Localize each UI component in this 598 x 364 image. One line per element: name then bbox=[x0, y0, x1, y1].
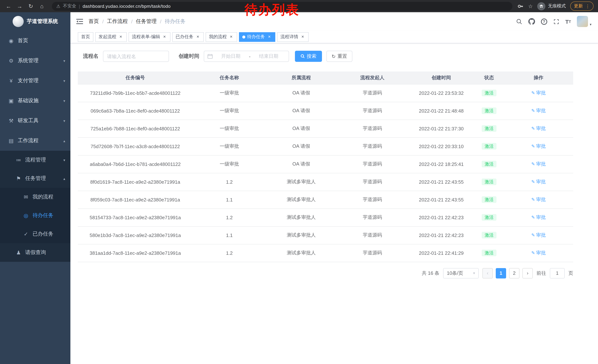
task-id-cell: 725a1eb6-7b88-11ec-8ef0-acde48001122 bbox=[78, 120, 193, 138]
chevron-down-icon: ▾ bbox=[63, 99, 65, 103]
help-icon[interactable]: ? bbox=[541, 18, 547, 25]
browser-back-button[interactable]: ← bbox=[4, 1, 13, 11]
status-badge: 激活 bbox=[482, 250, 497, 256]
total-count: 共 16 条 bbox=[422, 270, 440, 276]
approve-link[interactable]: ✎审批 bbox=[531, 250, 546, 256]
breadcrumb-item[interactable]: 工作流程 bbox=[107, 18, 128, 25]
task-id-cell: 8f0d1619-7ac8-11ec-a9e2-a2380e71991a bbox=[78, 173, 193, 191]
incognito-icon bbox=[537, 2, 545, 10]
bookmark-star-icon[interactable]: ☆ bbox=[528, 3, 533, 9]
breadcrumb-item[interactable]: 首页 bbox=[89, 18, 99, 25]
process-cell: OA 请假 bbox=[266, 138, 336, 155]
close-icon[interactable]: × bbox=[118, 34, 123, 40]
collapse-sidebar-button[interactable] bbox=[76, 18, 83, 24]
approve-link[interactable]: ✎审批 bbox=[531, 178, 546, 185]
search-icon[interactable] bbox=[516, 18, 523, 25]
task-id-cell: 58154733-7ac8-11ec-a9e2-a2380e71991a bbox=[78, 209, 193, 226]
tab-待办任务[interactable]: 待办任务× bbox=[239, 32, 275, 42]
tab-我的流程[interactable]: 我的流程× bbox=[206, 32, 237, 42]
pager: ‹ 12 › bbox=[482, 268, 533, 278]
edit-icon: ✎ bbox=[531, 250, 535, 256]
page-size-select[interactable]: 10条/页 ▾ bbox=[443, 268, 479, 278]
browser-refresh-button[interactable]: ↻ bbox=[26, 1, 36, 11]
task-name-cell: 一级审批 bbox=[193, 155, 266, 173]
sidebar-item-system-management[interactable]: ⚙系统管理▾ bbox=[0, 51, 70, 71]
app-title: 芋道管理系统 bbox=[27, 18, 58, 25]
approve-link[interactable]: ✎审批 bbox=[531, 143, 546, 150]
browser-home-button[interactable]: ⌂ bbox=[37, 1, 47, 11]
table-row: 58154733-7ac8-11ec-a9e2-a2380e71991a1.2测… bbox=[78, 209, 573, 226]
reset-button[interactable]: ↻ 重置 bbox=[326, 51, 352, 62]
close-icon[interactable]: × bbox=[195, 34, 200, 40]
browser-actions: ☆ 无痕模式 更新 ⋮ bbox=[518, 1, 594, 11]
browser-menu-icon[interactable]: ⋮ bbox=[585, 4, 590, 9]
process-cell: 测试多审批人 bbox=[266, 209, 336, 226]
close-icon[interactable]: × bbox=[267, 34, 272, 40]
task-name-cell: 一级审批 bbox=[193, 120, 266, 138]
sidebar-item-home[interactable]: ◉首页 bbox=[0, 31, 70, 51]
approve-link[interactable]: ✎审批 bbox=[531, 125, 546, 132]
key-icon[interactable] bbox=[518, 3, 524, 9]
status-badge: 激活 bbox=[482, 214, 497, 221]
create-time-cell: 2022-01-22 20:33:10 bbox=[408, 138, 474, 155]
tab-首页[interactable]: 首页 bbox=[78, 32, 93, 42]
approve-link[interactable]: ✎审批 bbox=[531, 107, 546, 114]
process-name-input[interactable] bbox=[103, 51, 169, 62]
update-button[interactable]: 更新 ⋮ bbox=[570, 1, 594, 11]
goto-label: 前往 bbox=[537, 270, 546, 276]
task-name-cell: 1.1 bbox=[193, 191, 266, 209]
sidebar-item-dev-tools[interactable]: ⚒研发工具▾ bbox=[0, 111, 70, 131]
approve-link[interactable]: ✎审批 bbox=[531, 196, 546, 203]
flag-icon: ⚑ bbox=[15, 176, 22, 181]
tab-流程表单-编辑[interactable]: 流程表单-编辑× bbox=[129, 32, 170, 42]
tab-已办任务[interactable]: 已办任务× bbox=[172, 32, 204, 42]
incognito-label: 无痕模式 bbox=[548, 3, 566, 9]
approve-link[interactable]: ✎审批 bbox=[531, 214, 546, 221]
security-label: 不安全 bbox=[63, 3, 76, 9]
tab-发起流程[interactable]: 发起流程× bbox=[95, 32, 127, 42]
close-icon[interactable]: × bbox=[300, 34, 305, 40]
process-cell: 测试多审批人 bbox=[266, 191, 336, 209]
list-icon: ≔ bbox=[15, 157, 22, 163]
url-text: dashboard.yudao.iocoder.cn/bpm/task/todo bbox=[83, 4, 171, 9]
next-page-button[interactable]: › bbox=[523, 268, 533, 278]
task-name-cell: 1.2 bbox=[193, 173, 266, 191]
search-button[interactable]: 搜索 bbox=[295, 51, 322, 62]
sidebar-item-infrastructure[interactable]: ▣基础设施▾ bbox=[0, 91, 70, 111]
sidebar-item-todo-tasks[interactable]: ◎待办任务 bbox=[0, 206, 70, 225]
fullscreen-icon[interactable] bbox=[553, 18, 559, 25]
sidebar-item-payment-management[interactable]: ¥支付管理▾ bbox=[0, 71, 70, 91]
breadcrumb: 首页/工作流程/任务管理/待办任务 bbox=[89, 18, 185, 25]
edit-icon: ✎ bbox=[531, 162, 535, 167]
create-time-label: 创建时间 bbox=[179, 53, 199, 60]
yen-icon: ¥ bbox=[8, 78, 15, 84]
user-avatar[interactable]: ▼ bbox=[577, 16, 592, 27]
browser-forward-button[interactable]: → bbox=[15, 1, 25, 11]
approve-link[interactable]: ✎审批 bbox=[531, 161, 546, 167]
app-logo[interactable]: 芋道管理系统 bbox=[0, 12, 70, 31]
sidebar-item-done-tasks[interactable]: ✓已办任务 bbox=[0, 225, 70, 243]
initiator-cell: 芋道源码 bbox=[336, 84, 408, 102]
approve-link[interactable]: ✎审批 bbox=[531, 90, 546, 96]
prev-page-button[interactable]: ‹ bbox=[482, 268, 493, 278]
table-row: 8f059c03-7ac8-11ec-a9e2-a2380e71991a1.1测… bbox=[78, 191, 573, 209]
sidebar-item-my-process[interactable]: ✉我的流程 bbox=[0, 188, 70, 206]
sidebar-item-task-management[interactable]: ⚑任务管理▴ bbox=[0, 169, 70, 188]
sidebar-item-leave-query[interactable]: ♟请假查询 bbox=[0, 243, 70, 262]
close-icon[interactable]: × bbox=[229, 34, 234, 40]
github-icon[interactable] bbox=[528, 18, 535, 25]
approve-link[interactable]: ✎审批 bbox=[531, 232, 546, 238]
goto-page-input[interactable] bbox=[550, 268, 565, 278]
page-button-2[interactable]: 2 bbox=[509, 268, 519, 278]
sidebar-item-process-management[interactable]: ≔流程管理▾ bbox=[0, 151, 70, 169]
sidebar-item-workflow[interactable]: ▤工作流程▴ bbox=[0, 131, 70, 151]
font-size-icon[interactable]: TT bbox=[565, 18, 571, 25]
table-row: a6aba0a4-7b6d-11ec-b781-acde48001122一级审批… bbox=[78, 155, 573, 173]
page-button-1[interactable]: 1 bbox=[496, 268, 506, 278]
date-range-picker[interactable]: 开始日期 - 结束日期 bbox=[204, 51, 289, 62]
tab-流程详情[interactable]: 流程详情× bbox=[277, 32, 309, 42]
breadcrumb-item[interactable]: 任务管理 bbox=[136, 18, 157, 25]
status-badge: 激活 bbox=[482, 196, 497, 203]
close-icon[interactable]: × bbox=[162, 34, 167, 40]
status-badge: 激活 bbox=[482, 125, 497, 132]
